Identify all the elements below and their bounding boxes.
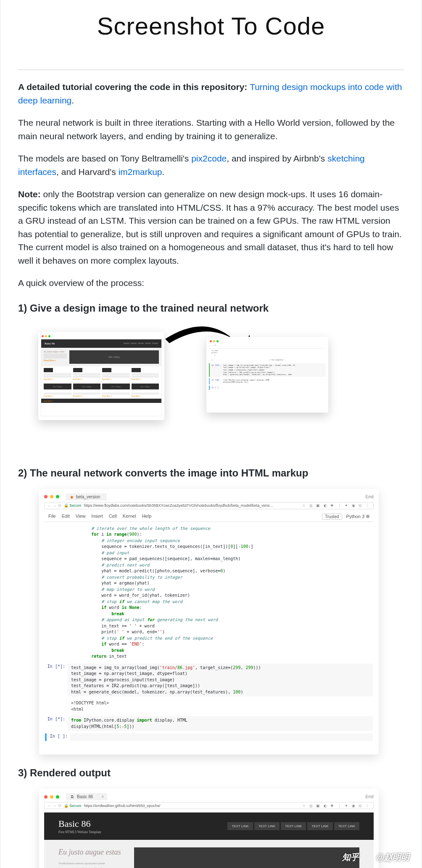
figure-1: Basic 86 Eu justo augue estas Read More … [18, 324, 404, 450]
design-mockup-card: Basic 86 Eu justo augue estas Read More … [38, 332, 164, 420]
notebook-card: ←→⟳ is_test print( ) [ ] the sequence In… [206, 337, 328, 413]
figure-2: ◆beta_version Emil ← → ⟳ 🔒 Secure https:… [18, 489, 404, 755]
im2markup-link[interactable]: im2markup [119, 167, 162, 177]
code-output: <!DOCTYPE html> <html [45, 699, 373, 714]
section-heading-1: 1) Give a design image to the trained ne… [5, 302, 417, 314]
code-cell: In [*]: test_image = img_to_array(load_i… [45, 664, 373, 697]
code-cell: # iterate over the whole length of the s… [45, 524, 373, 661]
watermark-logo: 知乎 [342, 852, 359, 863]
notebook-menubar: FileEditView InsertCellKernel Help Trust… [44, 512, 374, 522]
site-header: Basic 86 Free HTML5 Website Template TEX… [44, 812, 374, 840]
section-heading-2: 2) The neural network converts the image… [5, 467, 417, 479]
hero-section: Eu justo augue estas Vestibulumaccumsan … [44, 840, 374, 868]
note-paragraph: Note: only the Bootstrap version can gen… [18, 188, 404, 267]
divider [18, 69, 404, 70]
window-minimize-icon [50, 795, 53, 799]
window-close-icon [44, 495, 47, 498]
window-maximize-icon [56, 795, 59, 799]
window-minimize-icon [50, 495, 53, 498]
user-label: Emil [366, 794, 374, 799]
section-heading-3: 3) Rendered output [5, 767, 417, 779]
paragraph-3: The models are based on Tony Beltramelli… [18, 152, 404, 178]
url-bar: ← → ⟳ 🔒 Secure https://emilwallner.githu… [44, 802, 374, 809]
page-title: Screenshot To Code [5, 0, 417, 69]
window-close-icon [44, 795, 47, 799]
browser-tab: ◆beta_version [66, 493, 107, 500]
code-cell: In [*]: from IPython.core.display import… [45, 716, 373, 731]
window-maximize-icon [56, 495, 59, 498]
paragraph-5: A quick overview of the process: [18, 276, 404, 290]
watermark-user: @赵明明 [376, 852, 409, 863]
intro-paragraph: A detailed tutorial covering the code in… [18, 80, 404, 107]
browser-tab: 🗎 Basic 86× [66, 793, 107, 800]
url-bar: ← → ⟳ 🔒 Secure https://www.floydlabs.com… [44, 502, 374, 509]
code-cell-empty: In [ ]: [45, 733, 373, 741]
pix2code-link[interactable]: pix2code [191, 153, 227, 163]
paragraph-2: The neural network is built in three ite… [18, 116, 404, 143]
user-label: Emil [366, 495, 374, 499]
